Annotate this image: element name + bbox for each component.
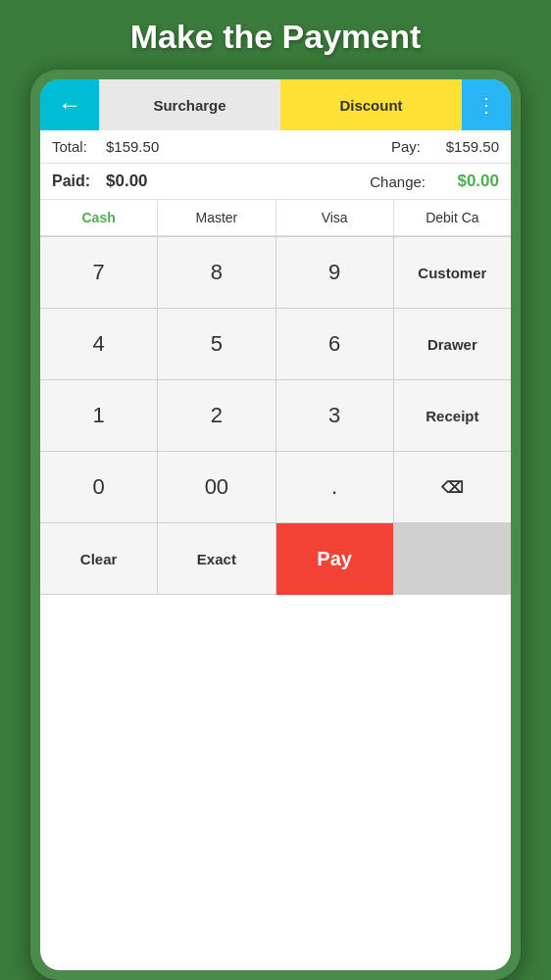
phone-inner: ← Surcharge Discount ⋮ Total: $159.50 Pa… xyxy=(40,79,511,970)
key-clear[interactable]: Clear xyxy=(40,523,157,594)
menu-icon: ⋮ xyxy=(476,93,496,117)
key-9[interactable]: 9 xyxy=(276,237,393,308)
key-3[interactable]: 3 xyxy=(276,380,393,451)
key-1[interactable]: 1 xyxy=(40,380,157,451)
back-button[interactable]: ← xyxy=(40,79,99,130)
keypad: 7 8 9 Customer 4 5 6 Drawer 1 2 3 Receip… xyxy=(40,236,511,595)
key-00[interactable]: 00 xyxy=(158,452,275,522)
key-customer[interactable]: Customer xyxy=(394,237,511,308)
top-bar: ← Surcharge Discount ⋮ xyxy=(40,79,511,130)
pay-value: $159.50 xyxy=(421,138,499,155)
key-4[interactable]: 4 xyxy=(40,309,157,379)
key-7[interactable]: 7 xyxy=(40,237,157,308)
change-label: Change: xyxy=(352,173,426,190)
total-value: $159.50 xyxy=(106,138,376,155)
key-5[interactable]: 5 xyxy=(158,309,275,379)
key-2[interactable]: 2 xyxy=(158,380,275,451)
key-0[interactable]: 0 xyxy=(40,452,157,522)
total-row: Total: $159.50 Pay: $159.50 xyxy=(40,130,511,164)
page-title: Make the Payment xyxy=(121,0,431,70)
backspace-icon: ⌫ xyxy=(441,478,464,497)
pay-label: Pay: xyxy=(376,138,421,155)
paid-label: Paid: xyxy=(52,172,106,190)
change-value: $0.00 xyxy=(426,172,499,191)
paid-value: $0.00 xyxy=(106,172,352,191)
paid-row: Paid: $0.00 Change: $0.00 xyxy=(40,164,511,200)
key-exact[interactable]: Exact xyxy=(158,523,275,594)
discount-label: Discount xyxy=(339,97,402,114)
key-backspace[interactable]: ⌫ xyxy=(394,452,511,522)
total-label: Total: xyxy=(52,138,106,155)
payment-method-cash[interactable]: Cash xyxy=(40,200,158,235)
key-8[interactable]: 8 xyxy=(158,237,275,308)
key-drawer[interactable]: Drawer xyxy=(394,309,511,379)
key-receipt[interactable]: Receipt xyxy=(394,380,511,451)
phone-frame: ← Surcharge Discount ⋮ Total: $159.50 Pa… xyxy=(30,70,521,980)
payment-method-debit[interactable]: Debit Ca xyxy=(394,200,511,235)
key-6[interactable]: 6 xyxy=(276,309,393,379)
back-arrow-icon: ← xyxy=(58,91,81,119)
surcharge-label: Surcharge xyxy=(153,97,225,114)
key-dot[interactable]: . xyxy=(276,452,393,522)
payment-method-master[interactable]: Master xyxy=(158,200,276,235)
payment-method-visa[interactable]: Visa xyxy=(276,200,394,235)
surcharge-tab[interactable]: Surcharge xyxy=(99,79,280,130)
menu-button[interactable]: ⋮ xyxy=(462,79,511,130)
key-pay[interactable]: Pay xyxy=(276,523,393,595)
discount-tab[interactable]: Discount xyxy=(280,79,462,130)
payment-methods-row: Cash Master Visa Debit Ca xyxy=(40,200,511,236)
